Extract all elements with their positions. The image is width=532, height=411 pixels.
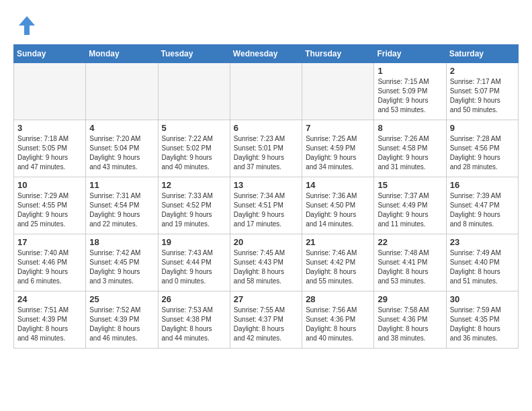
day-number: 7 <box>306 123 370 133</box>
day-number: 8 <box>378 123 442 133</box>
calendar-cell: 24Sunrise: 7:51 AM Sunset: 4:39 PM Dayli… <box>14 291 86 349</box>
day-info: Sunrise: 7:25 AM Sunset: 4:59 PM Dayligh… <box>306 134 370 172</box>
day-number: 21 <box>306 237 370 247</box>
calendar-cell: 19Sunrise: 7:43 AM Sunset: 4:44 PM Dayli… <box>158 234 230 291</box>
calendar-cell: 18Sunrise: 7:42 AM Sunset: 4:45 PM Dayli… <box>86 234 158 291</box>
day-number: 19 <box>162 237 226 247</box>
day-info: Sunrise: 7:53 AM Sunset: 4:38 PM Dayligh… <box>162 306 226 343</box>
calendar-cell <box>158 63 230 120</box>
day-info: Sunrise: 7:36 AM Sunset: 4:50 PM Dayligh… <box>306 191 370 229</box>
calendar-cell: 20Sunrise: 7:45 AM Sunset: 4:43 PM Dayli… <box>230 234 302 291</box>
calendar-week-1: 1Sunrise: 7:15 AM Sunset: 5:09 PM Daylig… <box>14 63 519 120</box>
day-number: 2 <box>450 66 515 76</box>
day-info: Sunrise: 7:33 AM Sunset: 4:52 PM Dayligh… <box>162 191 226 229</box>
day-number: 18 <box>89 237 154 247</box>
day-number: 5 <box>162 123 226 133</box>
day-number: 28 <box>306 294 370 304</box>
day-info: Sunrise: 7:59 AM Sunset: 4:35 PM Dayligh… <box>450 306 515 343</box>
calendar-cell: 4Sunrise: 7:20 AM Sunset: 5:04 PM Daylig… <box>86 120 158 177</box>
day-number: 23 <box>450 237 515 247</box>
calendar-cell: 28Sunrise: 7:56 AM Sunset: 4:36 PM Dayli… <box>302 291 374 349</box>
day-number: 22 <box>378 237 442 247</box>
day-info: Sunrise: 7:39 AM Sunset: 4:47 PM Dayligh… <box>450 191 515 229</box>
day-info: Sunrise: 7:56 AM Sunset: 4:36 PM Dayligh… <box>306 306 370 343</box>
day-number: 25 <box>89 294 154 304</box>
day-info: Sunrise: 7:51 AM Sunset: 4:39 PM Dayligh… <box>17 306 82 343</box>
day-info: Sunrise: 7:46 AM Sunset: 4:42 PM Dayligh… <box>306 248 370 286</box>
day-info: Sunrise: 7:55 AM Sunset: 4:37 PM Dayligh… <box>234 306 298 343</box>
calendar-cell: 16Sunrise: 7:39 AM Sunset: 4:47 PM Dayli… <box>446 177 518 234</box>
day-header-thursday: Thursday <box>302 45 374 63</box>
day-number: 16 <box>450 180 515 190</box>
day-info: Sunrise: 7:22 AM Sunset: 5:02 PM Dayligh… <box>162 134 226 172</box>
calendar-cell: 23Sunrise: 7:49 AM Sunset: 4:40 PM Dayli… <box>446 234 518 291</box>
calendar-cell: 12Sunrise: 7:33 AM Sunset: 4:52 PM Dayli… <box>158 177 230 234</box>
calendar-cell <box>86 63 158 120</box>
calendar-cell <box>302 63 374 120</box>
calendar-week-3: 10Sunrise: 7:29 AM Sunset: 4:55 PM Dayli… <box>14 177 519 234</box>
calendar-cell: 26Sunrise: 7:53 AM Sunset: 4:38 PM Dayli… <box>158 291 230 349</box>
day-info: Sunrise: 7:43 AM Sunset: 4:44 PM Dayligh… <box>162 248 226 286</box>
day-number: 26 <box>162 294 226 304</box>
day-header-friday: Friday <box>374 45 446 63</box>
day-number: 29 <box>378 294 442 304</box>
day-header-saturday: Saturday <box>446 45 518 63</box>
day-info: Sunrise: 7:28 AM Sunset: 4:56 PM Dayligh… <box>450 134 515 172</box>
calendar-cell: 9Sunrise: 7:28 AM Sunset: 4:56 PM Daylig… <box>446 120 518 177</box>
calendar-week-4: 17Sunrise: 7:40 AM Sunset: 4:46 PM Dayli… <box>14 234 519 291</box>
day-info: Sunrise: 7:18 AM Sunset: 5:05 PM Dayligh… <box>17 134 82 172</box>
day-info: Sunrise: 7:42 AM Sunset: 4:45 PM Dayligh… <box>89 248 154 286</box>
day-number: 3 <box>17 123 82 133</box>
calendar-week-2: 3Sunrise: 7:18 AM Sunset: 5:05 PM Daylig… <box>14 120 519 177</box>
day-number: 30 <box>450 294 515 304</box>
day-info: Sunrise: 7:40 AM Sunset: 4:46 PM Dayligh… <box>17 248 82 286</box>
day-header-tuesday: Tuesday <box>158 45 230 63</box>
day-number: 6 <box>234 123 298 133</box>
day-number: 10 <box>17 180 82 190</box>
logo-icon <box>13 13 38 38</box>
day-number: 1 <box>378 66 442 76</box>
day-info: Sunrise: 7:26 AM Sunset: 4:58 PM Dayligh… <box>378 134 442 172</box>
calendar-cell: 8Sunrise: 7:26 AM Sunset: 4:58 PM Daylig… <box>374 120 446 177</box>
day-info: Sunrise: 7:17 AM Sunset: 5:07 PM Dayligh… <box>450 77 515 115</box>
day-number: 15 <box>378 180 442 190</box>
calendar-cell: 3Sunrise: 7:18 AM Sunset: 5:05 PM Daylig… <box>14 120 86 177</box>
day-info: Sunrise: 7:45 AM Sunset: 4:43 PM Dayligh… <box>234 248 298 286</box>
day-info: Sunrise: 7:58 AM Sunset: 4:36 PM Dayligh… <box>378 306 442 343</box>
day-info: Sunrise: 7:34 AM Sunset: 4:51 PM Dayligh… <box>234 191 298 229</box>
calendar-cell: 13Sunrise: 7:34 AM Sunset: 4:51 PM Dayli… <box>230 177 302 234</box>
calendar-cell: 7Sunrise: 7:25 AM Sunset: 4:59 PM Daylig… <box>302 120 374 177</box>
calendar-cell: 29Sunrise: 7:58 AM Sunset: 4:36 PM Dayli… <box>374 291 446 349</box>
day-info: Sunrise: 7:49 AM Sunset: 4:40 PM Dayligh… <box>450 248 515 286</box>
day-number: 12 <box>162 180 226 190</box>
day-number: 17 <box>17 237 82 247</box>
day-header-sunday: Sunday <box>14 45 86 63</box>
day-number: 13 <box>234 180 298 190</box>
calendar-cell: 27Sunrise: 7:55 AM Sunset: 4:37 PM Dayli… <box>230 291 302 349</box>
svg-marker-0 <box>19 16 35 35</box>
day-number: 20 <box>234 237 298 247</box>
calendar-cell: 6Sunrise: 7:23 AM Sunset: 5:01 PM Daylig… <box>230 120 302 177</box>
calendar-table: SundayMondayTuesdayWednesdayThursdayFrid… <box>13 44 519 349</box>
calendar-cell: 22Sunrise: 7:48 AM Sunset: 4:41 PM Dayli… <box>374 234 446 291</box>
calendar-cell: 5Sunrise: 7:22 AM Sunset: 5:02 PM Daylig… <box>158 120 230 177</box>
calendar-cell: 15Sunrise: 7:37 AM Sunset: 4:49 PM Dayli… <box>374 177 446 234</box>
day-header-monday: Monday <box>86 45 158 63</box>
calendar-cell: 17Sunrise: 7:40 AM Sunset: 4:46 PM Dayli… <box>14 234 86 291</box>
day-info: Sunrise: 7:48 AM Sunset: 4:41 PM Dayligh… <box>378 248 442 286</box>
calendar-cell: 2Sunrise: 7:17 AM Sunset: 5:07 PM Daylig… <box>446 63 518 120</box>
calendar-cell: 10Sunrise: 7:29 AM Sunset: 4:55 PM Dayli… <box>14 177 86 234</box>
day-info: Sunrise: 7:15 AM Sunset: 5:09 PM Dayligh… <box>378 77 442 115</box>
logo <box>13 13 40 38</box>
day-number: 14 <box>306 180 370 190</box>
calendar-cell: 30Sunrise: 7:59 AM Sunset: 4:35 PM Dayli… <box>446 291 518 349</box>
calendar-week-5: 24Sunrise: 7:51 AM Sunset: 4:39 PM Dayli… <box>14 291 519 349</box>
calendar-cell: 11Sunrise: 7:31 AM Sunset: 4:54 PM Dayli… <box>86 177 158 234</box>
day-number: 11 <box>89 180 154 190</box>
day-info: Sunrise: 7:29 AM Sunset: 4:55 PM Dayligh… <box>17 191 82 229</box>
calendar-header-row: SundayMondayTuesdayWednesdayThursdayFrid… <box>14 45 519 63</box>
day-info: Sunrise: 7:23 AM Sunset: 5:01 PM Dayligh… <box>234 134 298 172</box>
day-number: 4 <box>89 123 154 133</box>
calendar-cell: 1Sunrise: 7:15 AM Sunset: 5:09 PM Daylig… <box>374 63 446 120</box>
calendar-cell: 21Sunrise: 7:46 AM Sunset: 4:42 PM Dayli… <box>302 234 374 291</box>
